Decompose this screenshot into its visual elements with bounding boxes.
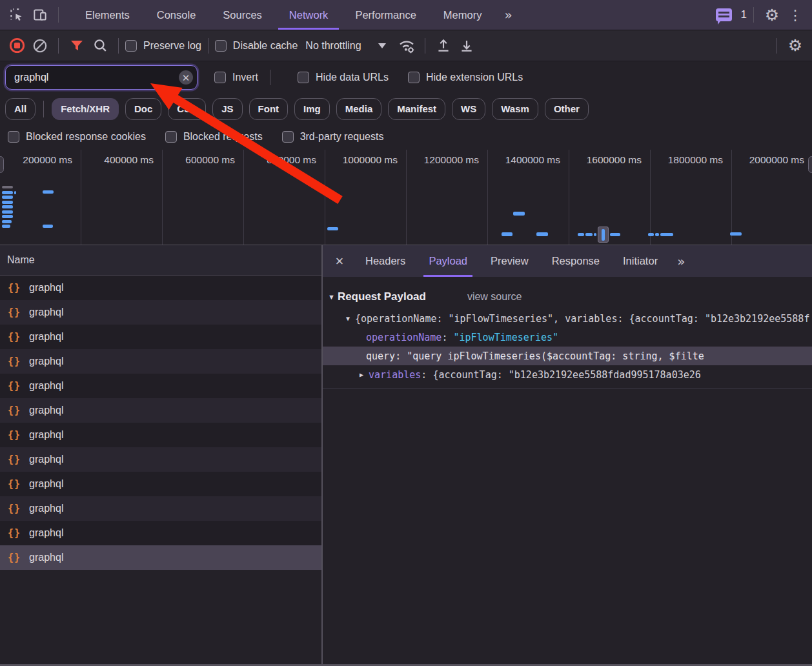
resource-type-filters: AllFetch/XHRDocCSSJSFontImgMediaManifest… (0, 94, 812, 124)
checkbox[interactable] (165, 131, 177, 143)
import-har-icon[interactable] (432, 34, 455, 57)
expander-right-icon[interactable]: ▶ (360, 371, 363, 378)
resource-type-chip[interactable]: JS (212, 98, 242, 120)
request-row[interactable]: {} graphql (0, 545, 321, 570)
search-icon[interactable] (88, 34, 112, 57)
resource-type-chip[interactable]: WS (452, 98, 485, 120)
resource-type-chip[interactable]: Doc (125, 98, 161, 120)
payload-row-variables[interactable]: ▶variables: {accountTag: "b12e3b2192ee55… (323, 365, 812, 384)
issues-message-icon[interactable] (713, 3, 736, 26)
checkbox[interactable] (8, 131, 19, 143)
network-overview-timeline[interactable]: 200000 ms 400000 ms 600000 ms 800000 ms … (0, 150, 812, 245)
panel-tab[interactable]: Memory (430, 0, 496, 30)
checkbox[interactable] (408, 72, 420, 83)
hide-data-urls-checkbox[interactable]: Hide data URLs (298, 72, 389, 83)
details-tab[interactable]: Preview (479, 245, 540, 277)
request-timing-mark (327, 227, 338, 230)
resource-type-chip[interactable]: All (5, 98, 36, 120)
panel-tab[interactable]: Sources (209, 0, 276, 30)
request-row[interactable]: {} graphql (0, 398, 321, 423)
resource-type-chip[interactable]: Fetch/XHR (52, 98, 119, 120)
filter-funnel-icon[interactable] (65, 34, 88, 57)
requests-column-header[interactable]: Name (0, 245, 321, 276)
request-row[interactable]: {} graphql (0, 374, 321, 398)
overview-right-handle[interactable] (808, 156, 812, 173)
request-row[interactable]: {} graphql (0, 276, 321, 300)
payload-key: query (366, 350, 395, 362)
json-braces-icon: {} (8, 454, 21, 465)
filter-option-checkbox[interactable]: 3rd-party requests (282, 131, 384, 143)
resource-type-chip[interactable]: Wasm (492, 98, 538, 120)
request-row[interactable]: {} graphql (0, 325, 321, 349)
filter-input[interactable] (5, 65, 198, 90)
throttling-select[interactable]: No throttling (305, 39, 385, 52)
more-tabs-icon[interactable]: » (495, 7, 520, 23)
request-row[interactable]: {} graphql (0, 496, 321, 521)
request-row[interactable]: {} graphql (0, 300, 321, 325)
preserve-log-checkbox[interactable]: Preserve log (125, 40, 201, 52)
request-timing-mark (610, 233, 620, 236)
details-tab[interactable]: Response (540, 245, 611, 277)
payload-string-value: "query ipFlowTimeseries($accountTag: str… (407, 350, 704, 362)
disable-cache-checkbox[interactable]: Disable cache (215, 40, 298, 52)
checkbox[interactable] (215, 40, 227, 52)
json-braces-icon: {} (8, 356, 21, 367)
device-toolbar-icon[interactable] (28, 3, 52, 26)
payload-root-row[interactable]: ▼{operationName: "ipFlowTimeseries", var… (323, 309, 812, 328)
record-network-log-icon[interactable] (5, 34, 28, 57)
expander-down-icon[interactable]: ▼ (346, 315, 350, 322)
panel-tab[interactable]: Performance (341, 0, 429, 30)
timeline-column: 2000000 ms (732, 150, 812, 245)
request-row[interactable]: {} graphql (0, 447, 321, 472)
expander-down-icon[interactable]: ▼ (328, 293, 335, 301)
details-tab[interactable]: Payload (417, 245, 479, 277)
request-row[interactable]: {} graphql (0, 472, 321, 496)
clear-filter-icon[interactable]: ✕ (179, 70, 193, 85)
checkbox[interactable] (214, 72, 226, 83)
request-row[interactable]: {} graphql (0, 521, 321, 545)
request-name: graphql (29, 503, 63, 514)
request-payload-section[interactable]: ▼ Request Payload view source (328, 287, 812, 307)
filter-option-checkbox[interactable]: Blocked requests (165, 131, 263, 143)
details-tab[interactable]: Headers (354, 245, 417, 277)
resource-type-chip[interactable]: Other (545, 98, 589, 120)
request-name: graphql (29, 454, 63, 465)
request-row[interactable]: {} graphql (0, 349, 321, 374)
view-source-link[interactable]: view source (467, 291, 522, 303)
checkbox[interactable] (125, 40, 137, 52)
clear-network-log-icon[interactable] (28, 34, 52, 57)
timeline-column: 1200000 ms (407, 150, 488, 245)
timeline-tick-label: 1600000 ms (587, 154, 642, 166)
resource-type-chip[interactable]: CSS (168, 98, 206, 120)
request-timing-mark (660, 233, 673, 236)
more-details-tabs-icon[interactable]: » (669, 254, 691, 269)
details-tab[interactable]: Initiator (611, 245, 669, 277)
checkbox[interactable] (282, 131, 294, 143)
kebab-menu-icon[interactable]: ⋮ (784, 3, 807, 26)
payload-row-query[interactable]: query: "query ipFlowTimeseries($accountT… (323, 347, 812, 365)
panel-tab[interactable]: Network (276, 0, 342, 30)
close-details-icon[interactable]: × (325, 245, 354, 277)
filter-option-checkbox[interactable]: Blocked response cookies (8, 131, 146, 143)
filter-input-wrap: ✕ (5, 65, 198, 90)
export-har-icon[interactable] (455, 34, 478, 57)
network-conditions-icon[interactable] (395, 34, 418, 57)
resource-type-chip[interactable]: Font (249, 98, 288, 120)
request-row[interactable]: {} graphql (0, 423, 321, 447)
resource-type-chip[interactable]: Img (294, 98, 330, 120)
divider (58, 7, 59, 23)
hide-extension-urls-checkbox[interactable]: Hide extension URLs (408, 72, 523, 83)
overview-left-handle[interactable] (0, 156, 4, 173)
resource-type-chip[interactable]: Manifest (388, 98, 445, 120)
panel-tab[interactable]: Elements (72, 0, 143, 30)
inspect-element-icon[interactable] (5, 3, 28, 26)
invert-checkbox[interactable]: Invert (214, 72, 258, 83)
settings-gear-icon[interactable]: ⚙ (760, 3, 784, 26)
checkbox[interactable] (298, 72, 309, 83)
resource-type-chip[interactable]: Media (336, 98, 382, 120)
network-settings-gear-icon[interactable]: ⚙ (784, 34, 807, 57)
request-timing-mark (2, 210, 13, 214)
tabbar-right-controls: 1 ⚙ ⋮ (713, 3, 807, 26)
payload-row-operation-name[interactable]: operationName: "ipFlowTimeseries" (323, 328, 812, 347)
panel-tab[interactable]: Console (143, 0, 210, 30)
